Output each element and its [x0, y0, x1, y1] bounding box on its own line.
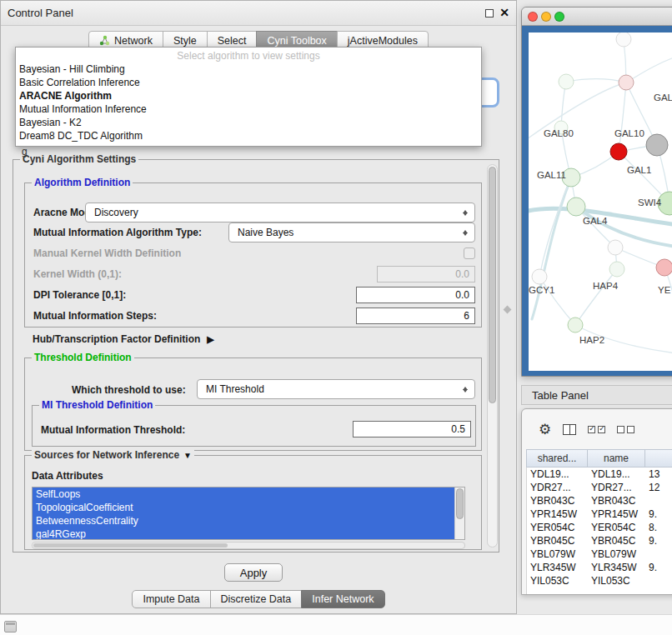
kernel-width-label: Kernel Width (0,1):: [33, 268, 122, 280]
table-cell: 13: [645, 468, 672, 481]
columns-icon[interactable]: [563, 424, 576, 435]
network-canvas-frame: GAL80GAL10GAL8GAL11GAL1SWI4GAL4GCY1HAP4H…: [522, 26, 672, 376]
mi-threshold-definition-title: MI Threshold Definition: [39, 399, 155, 411]
float-window-icon[interactable]: [485, 9, 494, 18]
mi-threshold-field[interactable]: 0.5: [353, 421, 471, 438]
table-row[interactable]: YDL19...YDL19...13: [527, 468, 672, 481]
network-node[interactable]: [619, 75, 634, 90]
table-row[interactable]: YER054CYER054C8.: [527, 521, 672, 534]
unchecked-box-icon: [617, 426, 624, 433]
table-cell: [645, 548, 672, 561]
settings-scrollbar[interactable]: [487, 164, 498, 548]
network-node[interactable]: [567, 198, 585, 216]
tab-discretize-data[interactable]: Discretize Data: [210, 590, 303, 608]
table-cell: YBR045C: [527, 534, 588, 548]
network-view-window: GAL80GAL10GAL8GAL11GAL1SWI4GAL4GCY1HAP4H…: [521, 7, 672, 377]
mi-type-select[interactable]: Naive Bayes: [228, 222, 475, 242]
algorithm-option-mutual-information-inference[interactable]: Mutual Information Inference: [16, 102, 481, 116]
tab-impute-data[interactable]: Impute Data: [132, 590, 210, 608]
column-header-col2[interactable]: [645, 450, 672, 467]
which-threshold-select[interactable]: MI Threshold: [197, 379, 475, 399]
minimize-traffic-light[interactable]: [541, 12, 551, 22]
algorithm-option-dream8-dc-tdc-algorithm[interactable]: Dream8 DC_TDC Algorithm: [16, 129, 481, 142]
aracne-mode-select[interactable]: Discovery: [85, 202, 475, 222]
algorithm-option-bayesian-k2[interactable]: Bayesian - K2: [16, 116, 481, 129]
attribute-list-item[interactable]: BetweennessCentrality: [33, 514, 454, 528]
attribute-list-item[interactable]: TopologicalCoefficient: [33, 501, 454, 514]
scrollbar-thumb[interactable]: [33, 543, 228, 548]
network-edge: [626, 54, 672, 82]
table-row[interactable]: YBR043CYBR043C: [527, 494, 672, 508]
table-row[interactable]: YPR145WYPR145W9.: [527, 508, 672, 521]
table-panel-window: ⚙ shared...name YDL19...YDL19...13YDR27.…: [521, 408, 672, 595]
select-all-button[interactable]: [588, 426, 605, 433]
table-row[interactable]: YBR045CYBR045C9.: [527, 534, 672, 548]
column-header-name[interactable]: name: [588, 450, 645, 467]
table-cell: YPR145W: [527, 508, 588, 521]
deselect-all-button[interactable]: [617, 426, 634, 433]
minimized-window-icon[interactable]: [4, 621, 17, 632]
algorithm-option-basic-correlation-inference[interactable]: Basic Correlation Inference: [16, 76, 481, 89]
table-row[interactable]: YLR345WYLR345W9.: [527, 561, 672, 574]
table-cell: YPR145W: [588, 508, 645, 521]
network-node[interactable]: [616, 32, 631, 47]
control-panel-titlebar[interactable]: Control Panel ✕: [1, 1, 516, 26]
algorithm-option-bayesian-hill-climbing[interactable]: Bayesian - Hill Climbing: [16, 62, 481, 76]
tab-label: jActiveModules: [348, 35, 418, 47]
attribute-list-item[interactable]: gal4RGexp: [33, 528, 454, 540]
data-attributes-list[interactable]: SelfLoopsTopologicalCoefficientBetweenne…: [32, 487, 465, 540]
threshold-definition-title: Threshold Definition: [32, 352, 134, 363]
scrollbar-thumb[interactable]: [456, 488, 464, 519]
network-canvas[interactable]: GAL80GAL10GAL8GAL11GAL1SWI4GAL4GCY1HAP4H…: [529, 32, 672, 371]
network-node[interactable]: [656, 259, 672, 276]
table-cell: YBR045C: [588, 534, 645, 548]
scrollbar-thumb[interactable]: [489, 167, 496, 403]
network-edge: [575, 269, 617, 325]
threshold-definition-group: Threshold Definition Which threshold to …: [24, 358, 482, 451]
dpi-tolerance-field[interactable]: 0.0: [356, 287, 475, 303]
network-node[interactable]: [608, 240, 623, 255]
hub-tf-definition-toggle[interactable]: Hub/Transcription Factor Definition ▶: [33, 333, 214, 345]
node-label-ye: YE: [658, 285, 671, 295]
column-header-shared[interactable]: shared...: [527, 450, 588, 467]
chevron-right-icon: ▶: [207, 334, 213, 345]
attribute-list-item[interactable]: SelfLoops: [33, 488, 454, 501]
close-traffic-light[interactable]: [528, 12, 538, 22]
tab-label: Select: [218, 35, 247, 47]
network-node[interactable]: [559, 74, 574, 89]
tab-label: Infer Network: [312, 593, 374, 605]
sources-group-title[interactable]: Sources for Network Inference ▼: [32, 449, 194, 461]
mi-steps-field[interactable]: 6: [356, 308, 475, 324]
tab-infer-network[interactable]: Infer Network: [301, 590, 384, 608]
network-node[interactable]: [532, 269, 547, 284]
table-cell: YBL079W: [527, 548, 588, 561]
gear-icon[interactable]: ⚙: [539, 422, 551, 437]
manual-kernel-checkbox[interactable]: [464, 248, 475, 259]
table-row[interactable]: YIL053CYIL053C: [527, 574, 672, 588]
settings-group-title: Cyni Algorithm Settings: [20, 153, 138, 165]
table-cell: YBR043C: [527, 494, 588, 508]
zoom-traffic-light[interactable]: [554, 12, 564, 22]
kernel-width-field[interactable]: 0.0: [377, 266, 475, 282]
list-scrollbar[interactable]: [454, 488, 464, 539]
network-graph-svg: GAL80GAL10GAL8GAL11GAL1SWI4GAL4GCY1HAP4H…: [529, 32, 672, 371]
network-node[interactable]: [609, 262, 624, 277]
close-icon[interactable]: ✕: [499, 6, 509, 19]
sources-group: Sources for Network Inference ▼ Data Att…: [24, 455, 482, 550]
table-row[interactable]: YDR27...YDR27...12: [527, 481, 672, 494]
chevron-down-icon: ▼: [183, 451, 192, 460]
network-node[interactable]: [568, 318, 583, 332]
apply-button[interactable]: Apply: [224, 563, 283, 582]
manual-kernel-label: Manual Kernel Width Definition: [33, 248, 181, 259]
dpi-tolerance-label: DPI Tolerance [0,1]:: [33, 289, 126, 301]
network-node[interactable]: [646, 134, 668, 156]
network-window-titlebar[interactable]: [522, 8, 672, 26]
table-cell: 8.: [645, 521, 672, 534]
table-panel-titlebar[interactable]: Table Panel: [521, 385, 672, 405]
network-node[interactable]: [610, 143, 627, 160]
table-row[interactable]: YBL079WYBL079W: [527, 548, 672, 561]
list-horizontal-scrollbar[interactable]: [32, 542, 465, 549]
algorithm-option-aracne-algorithm[interactable]: ARACNE Algorithm: [16, 89, 481, 102]
node-label-hap2: HAP2: [579, 335, 604, 345]
table-cell: YDR27...: [527, 481, 588, 494]
